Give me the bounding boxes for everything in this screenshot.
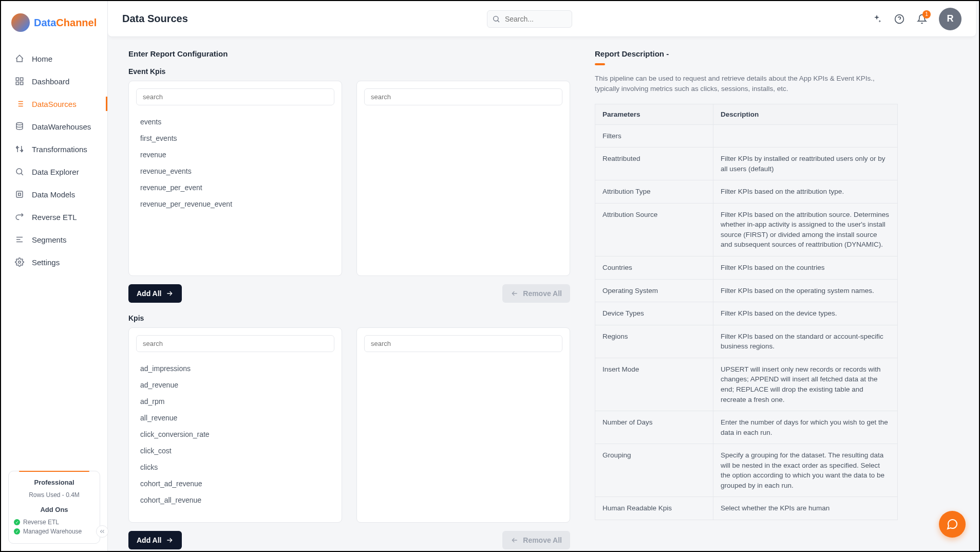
table-row: RegionsFilter KPIs based on the standard… [595, 325, 898, 358]
logo-icon [11, 13, 30, 32]
settings-icon [14, 257, 25, 267]
list-item[interactable]: cohort_all_revenue [129, 492, 342, 508]
kpis-search-input[interactable] [136, 335, 334, 352]
transformations-icon [14, 144, 25, 154]
home-icon [14, 53, 25, 64]
svg-point-5 [16, 169, 22, 174]
page-title: Data Sources [122, 13, 188, 25]
sidebar-item-segments[interactable]: Segments [1, 228, 107, 251]
search-icon [492, 15, 500, 23]
sidebar-item-label: Data Explorer [32, 168, 79, 176]
list-item[interactable]: click_cost [129, 443, 342, 459]
list-item[interactable]: all_revenue [129, 410, 342, 426]
event-kpis-remove-all-button[interactable]: Remove All [502, 284, 570, 303]
help-icon[interactable] [894, 13, 905, 25]
kpis-selected-search-input[interactable] [364, 335, 562, 352]
check-icon: ✓ [14, 519, 20, 525]
list-item[interactable]: revenue_per_revenue_event [129, 196, 342, 212]
param-name: Device Types [595, 302, 713, 325]
logo-text: DataChannel [34, 17, 97, 29]
param-description: Specify a grouping for the dataset. The … [713, 444, 898, 497]
sidebar-item-dataexplorer[interactable]: Data Explorer [1, 160, 107, 183]
list-item[interactable]: revenue [129, 146, 342, 163]
svg-point-7 [18, 261, 21, 264]
list-item[interactable]: first_events [129, 130, 342, 146]
sparkle-icon[interactable] [871, 13, 882, 25]
event-kpis-available-panel: eventsfirst_eventsrevenuerevenue_eventsr… [128, 81, 342, 276]
arrow-right-icon [165, 536, 174, 544]
list-item[interactable]: ad_revenue [129, 377, 342, 393]
event-kpis-selected-panel [356, 81, 570, 276]
event-kpis-selected-list[interactable] [357, 111, 570, 275]
list-item[interactable]: ad_rpm [129, 393, 342, 410]
param-name: Attribution Source [595, 203, 713, 256]
param-name: Insert Mode [595, 358, 713, 411]
kpis-add-all-button[interactable]: Add All [128, 531, 182, 549]
sidebar-item-label: Reverse ETL [32, 213, 77, 222]
event-kpis-selected-search-input[interactable] [364, 88, 562, 105]
addon-item: ✓Managed Warehouse [14, 527, 95, 536]
sidebar-item-datawarehouses[interactable]: DataWarehouses [1, 115, 107, 138]
addon-item: ✓Reverse ETL [14, 518, 95, 527]
param-name: Attribution Type [595, 180, 713, 204]
sidebar: DataChannel Home Dashboard DataSources D… [1, 1, 108, 551]
th-parameters: Parameters [595, 104, 713, 124]
sidebar-item-label: Dashboard [32, 77, 69, 86]
sidebar-item-reverseetl[interactable]: Reverse ETL [1, 206, 107, 228]
kpis-list[interactable]: ad_impressionsad_revenuead_rpmall_revenu… [129, 357, 342, 522]
table-row: ReattributedFilter KPIs by installed or … [595, 148, 898, 180]
svg-rect-2 [16, 82, 18, 85]
list-item[interactable]: clicks [129, 459, 342, 475]
notifications-icon[interactable]: 1 [916, 13, 928, 25]
sidebar-item-home[interactable]: Home [1, 47, 107, 70]
kpis-selected-list[interactable] [357, 357, 570, 522]
event-kpis-list[interactable]: eventsfirst_eventsrevenuerevenue_eventsr… [129, 111, 342, 275]
kpis-dual-list: ad_impressionsad_revenuead_rpmall_revenu… [128, 327, 570, 523]
param-description: Filter KPIs based on the operating syste… [713, 279, 898, 302]
global-search [487, 10, 572, 28]
sidebar-item-settings[interactable]: Settings [1, 251, 107, 273]
event-kpis-label: Event Kpis [128, 67, 570, 76]
sidebar-item-transformations[interactable]: Transformations [1, 138, 107, 160]
table-row: GroupingSpecify a grouping for the datas… [595, 444, 898, 497]
list-item[interactable]: ad_impressions [129, 360, 342, 377]
arrow-left-icon [511, 289, 519, 298]
avatar[interactable]: R [939, 8, 962, 30]
kpis-remove-all-button[interactable]: Remove All [502, 531, 570, 549]
sidebar-item-label: Home [32, 54, 52, 63]
arrow-left-icon [511, 536, 519, 544]
plan-name: Professional [14, 479, 95, 486]
list-item[interactable]: cohort_ad_revenue [129, 475, 342, 492]
event-kpis-add-all-button[interactable]: Add All [128, 284, 182, 303]
config-heading: Enter Report Configuration [128, 49, 570, 58]
event-kpis-search-input[interactable] [136, 88, 334, 105]
sidebar-item-datamodels[interactable]: Data Models [1, 183, 107, 206]
kpis-label: Kpis [128, 314, 570, 322]
sidebar-item-label: DataWarehouses [32, 122, 91, 131]
dashboard-icon [14, 76, 25, 86]
param-description: Filter KPIs based on the device types. [713, 302, 898, 325]
topbar: Data Sources 1 R [108, 1, 976, 37]
sidebar-item-dashboard[interactable]: Dashboard [1, 70, 107, 93]
sidebar-item-label: Segments [32, 235, 67, 244]
param-name: Operating System [595, 279, 713, 302]
table-row: Human Readable KpisSelect whether the KP… [595, 497, 898, 520]
sidebar-item-label: Data Models [32, 190, 75, 199]
logo[interactable]: DataChannel [1, 1, 107, 47]
list-item[interactable]: events [129, 114, 342, 130]
table-row: Number of DaysEnter the number of days f… [595, 411, 898, 444]
param-description: UPSERT will insert only new records or r… [713, 358, 898, 411]
collapse-sidebar-button[interactable] [96, 525, 108, 538]
sidebar-item-label: Settings [32, 258, 60, 267]
chat-button[interactable] [939, 511, 966, 538]
event-kpis-dual-list: eventsfirst_eventsrevenuerevenue_eventsr… [128, 81, 570, 276]
list-item[interactable]: revenue_per_event [129, 179, 342, 196]
list-item[interactable]: click_conversion_rate [129, 426, 342, 443]
list-item[interactable]: revenue_events [129, 163, 342, 179]
description-text: This pipeline can be used to request and… [595, 73, 898, 95]
sidebar-item-datasources[interactable]: DataSources [1, 93, 107, 115]
table-row: Device TypesFilter KPIs based on the dev… [595, 302, 898, 325]
datasources-icon [14, 99, 25, 109]
chevron-double-left-icon [99, 528, 106, 535]
plan-rows: Rows Used - 0.4M [14, 491, 95, 499]
